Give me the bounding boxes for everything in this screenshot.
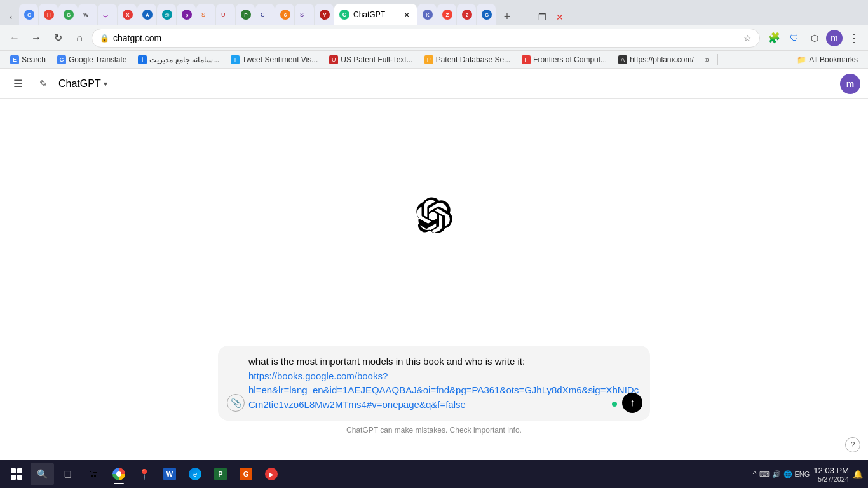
- bookmark-frontiers[interactable]: F Frontiers of Comput...: [517, 54, 612, 65]
- tab-2[interactable]: H: [39, 4, 58, 25]
- bookmark-patent-db[interactable]: P Patent Database Se...: [419, 54, 515, 65]
- tab-14[interactable]: 6: [275, 4, 294, 25]
- new-tab-button[interactable]: +: [498, 8, 516, 25]
- url-display: chatgpt.com: [113, 33, 740, 43]
- tab-11[interactable]: U: [216, 4, 235, 25]
- tab-10[interactable]: S: [196, 4, 215, 25]
- tab-21[interactable]: G: [477, 4, 496, 25]
- message-text: what is the most important models in thi…: [248, 355, 640, 412]
- bookmark-patent-us[interactable]: U US Patent Full-Text...: [324, 54, 417, 65]
- taskbar-right: ^ ⌨ 🔊 🌐 ENG 12:03 PM 5/27/2024 🔔: [753, 466, 863, 483]
- sidebar-toggle-button[interactable]: ☰: [8, 74, 28, 94]
- bookmark-tweet[interactable]: T Tweet Sentiment Vis...: [226, 54, 323, 65]
- browser-frame: ‹ G H G W ب X A: [0, 0, 868, 488]
- back-button[interactable]: ←: [5, 29, 24, 48]
- shield-icon[interactable]: 🛡: [785, 29, 803, 47]
- tab-5[interactable]: ب: [98, 4, 117, 25]
- taskbar-search-button[interactable]: 🔍: [31, 463, 54, 485]
- chrome-taskbar-button[interactable]: [107, 463, 130, 485]
- bookmark-translate[interactable]: G Google Translate: [52, 54, 132, 65]
- bookmark-translate-label: Google Translate: [69, 55, 126, 64]
- close-button[interactable]: ✕: [552, 9, 568, 25]
- file-explorer-button[interactable]: 🗂: [82, 463, 105, 485]
- language-label: ENG: [795, 470, 810, 478]
- bookmark-phlanx-label: https://phlanx.com/: [630, 55, 694, 64]
- bookmark-star[interactable]: ☆: [743, 33, 752, 43]
- tab-1[interactable]: G: [19, 4, 38, 25]
- clock-date: 5/27/2024: [818, 475, 849, 483]
- extensions-button[interactable]: 🧩: [765, 29, 783, 47]
- tab-chatgpt-active[interactable]: C ChatGPT ✕: [334, 4, 417, 25]
- help-button[interactable]: ?: [845, 437, 860, 452]
- tab-15[interactable]: S: [295, 4, 314, 25]
- tab-19[interactable]: Z: [437, 4, 456, 25]
- all-bookmarks-button[interactable]: 📁 All Bookmarks: [792, 54, 863, 65]
- taskbar-app-play[interactable]: ▶: [260, 463, 283, 485]
- tab-4[interactable]: W: [78, 4, 97, 25]
- app-title-area[interactable]: ChatGPT ▾: [58, 78, 107, 90]
- all-bookmarks-label: All Bookmarks: [809, 55, 858, 64]
- attachment-button[interactable]: 📎: [227, 394, 245, 412]
- tab-18[interactable]: K: [417, 4, 437, 25]
- maps-taskbar-button[interactable]: 📍: [133, 463, 156, 485]
- bookmark-patent-db-label: Patent Database Se...: [436, 55, 510, 64]
- forward-button[interactable]: →: [27, 29, 46, 48]
- folder-icon: 📁: [797, 55, 806, 64]
- bookmark-farsi[interactable]: ا سامانه جامع مدیریت...: [133, 54, 224, 65]
- taskbar-app-g[interactable]: G: [234, 463, 257, 485]
- minimize-button[interactable]: —: [516, 9, 532, 25]
- tab-13[interactable]: C: [255, 4, 275, 25]
- tab-12[interactable]: P: [236, 4, 255, 25]
- tab-3[interactable]: G: [58, 4, 78, 25]
- notification-center-button[interactable]: 🔔: [853, 470, 863, 479]
- user-avatar[interactable]: m: [840, 74, 860, 94]
- volume-icon[interactable]: 🔊: [772, 470, 781, 478]
- home-button[interactable]: ⌂: [70, 29, 89, 48]
- word-taskbar-button[interactable]: W: [158, 463, 181, 485]
- play-icon: ▶: [265, 468, 278, 480]
- network-icon[interactable]: 🌐: [783, 470, 792, 478]
- new-chat-button[interactable]: ✎: [33, 74, 53, 94]
- taskbar-app-p[interactable]: P: [209, 463, 232, 485]
- send-icon: ↑: [630, 397, 635, 409]
- bookmark-search[interactable]: E Search: [5, 54, 51, 65]
- address-bar[interactable]: 🔒 chatgpt.com ☆: [92, 29, 760, 48]
- extensions-puzzle[interactable]: ⬡: [806, 29, 824, 47]
- bookmarks-divider: [717, 54, 718, 65]
- app-title: ChatGPT: [58, 78, 101, 90]
- main-content: 📎 what is the most important models in t…: [0, 99, 868, 460]
- tab-9[interactable]: p: [177, 4, 196, 25]
- bookmark-tweet-label: Tweet Sentiment Vis...: [242, 55, 318, 64]
- send-button[interactable]: ↑: [622, 393, 642, 413]
- tray-chevron[interactable]: ^: [753, 470, 757, 478]
- bookmark-patent-us-label: US Patent Full-Text...: [341, 55, 412, 64]
- task-view-icon: ❑: [64, 470, 72, 479]
- app-p-icon: P: [214, 468, 227, 480]
- tab-6[interactable]: X: [118, 4, 137, 25]
- profile-avatar[interactable]: m: [826, 30, 843, 46]
- tab-7[interactable]: A: [137, 4, 156, 25]
- app-header: ☰ ✎ ChatGPT ▾ m: [0, 69, 868, 99]
- tab-scroll-left[interactable]: ‹: [3, 9, 19, 25]
- bookmarks-more-button[interactable]: »: [702, 54, 714, 65]
- message-link: https://books.google.com/books?hl=en&lr=…: [248, 370, 639, 410]
- restore-button[interactable]: ❐: [534, 9, 550, 25]
- start-button[interactable]: [5, 463, 28, 485]
- tab-20[interactable]: 2: [457, 4, 476, 25]
- edge-taskbar-button[interactable]: e: [184, 463, 207, 485]
- reload-button[interactable]: ↻: [48, 29, 67, 48]
- bookmark-search-label: Search: [22, 55, 46, 64]
- bookmarks-bar: E Search G Google Translate ا سامانه جام…: [0, 51, 868, 69]
- tab-close-btn[interactable]: ✕: [402, 10, 412, 20]
- time-date-display[interactable]: 12:03 PM 5/27/2024: [813, 466, 849, 483]
- message-area: 📎 what is the most important models in t…: [218, 346, 650, 435]
- message-box[interactable]: 📎 what is the most important models in t…: [218, 346, 650, 421]
- bookmark-phlanx[interactable]: A https://phlanx.com/: [613, 54, 699, 65]
- app-g-icon: G: [240, 468, 252, 480]
- tab-16[interactable]: Y: [315, 4, 334, 25]
- tabs-container: G H G W ب X A @ p: [19, 4, 496, 25]
- header-right: m: [840, 74, 860, 94]
- task-view-button[interactable]: ❑: [57, 463, 79, 485]
- tab-8[interactable]: @: [157, 4, 176, 25]
- menu-button[interactable]: ⋮: [845, 29, 863, 47]
